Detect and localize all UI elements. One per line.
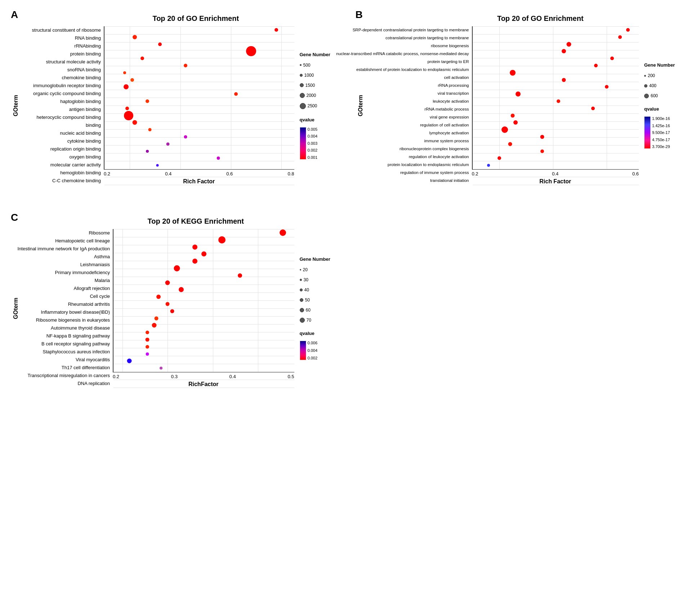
data-dot <box>511 113 515 117</box>
grid-line-v <box>553 26 553 169</box>
y-label: establishment of protein localization to… <box>356 66 469 74</box>
panel-c-title: Top 20 of KEGG Enrichment <box>47 217 345 225</box>
y-label: lymphocyte activation <box>429 129 469 137</box>
y-label: NF-kappa B signaling pathway <box>46 332 110 340</box>
y-label: regulation of leukocyte activation <box>409 153 469 161</box>
y-label: structural molecule activity <box>46 58 101 66</box>
grid-line-h <box>104 153 294 153</box>
grid-line-h <box>113 285 294 285</box>
grid-line-h <box>473 106 639 106</box>
grid-line-h <box>113 261 294 261</box>
legend-size-label: 400 <box>649 83 656 88</box>
data-dot <box>166 302 170 306</box>
y-label: Primary immunodeficiency <box>55 269 110 277</box>
panel-c-x-title: RichFactor <box>113 381 294 388</box>
panel-c-label: C <box>11 212 18 223</box>
grid-line-h <box>113 388 294 388</box>
grid-line-h <box>113 269 294 269</box>
grid-line-h <box>113 292 294 293</box>
grid-line-h <box>473 129 639 130</box>
legend-color-title: qvalue <box>644 106 687 112</box>
grid-line-h <box>113 229 294 229</box>
data-dot <box>540 135 544 139</box>
data-dot <box>618 35 622 39</box>
grid-line-h <box>113 356 294 356</box>
grid-line-v <box>180 26 181 169</box>
x-tick-label: 0.4 <box>165 171 171 176</box>
panel-b-x-ticks: 0.20.40.6 <box>472 170 639 176</box>
grid-line-h <box>473 34 639 35</box>
legend-size-row: 1000 <box>300 73 343 78</box>
data-dot <box>165 280 170 285</box>
legend-color-labels: 0.0050.0040.0030.0020.001 <box>308 127 318 160</box>
legend-size-dot <box>300 74 303 77</box>
legend-color-label: 4.750e-17 <box>652 138 670 142</box>
legend-size-row: 50 <box>300 298 343 303</box>
data-dot <box>217 157 220 160</box>
legend-size-dot <box>644 75 646 77</box>
data-dot <box>246 46 256 56</box>
grid-line-h <box>473 185 639 185</box>
legend-size-row: 600 <box>644 93 687 98</box>
grid-line-h <box>473 145 639 146</box>
legend-color-label: 0.006 <box>308 341 318 345</box>
x-tick-label: 0.2 <box>472 171 478 176</box>
y-label: leukocyte activation <box>433 98 469 106</box>
legend-color-label: 3.700e-29 <box>652 144 670 149</box>
grid-line-h <box>104 82 294 82</box>
legend-size-label: 2500 <box>308 103 317 108</box>
y-label: Allograft rejection <box>74 285 110 292</box>
grid-line-v <box>499 26 500 169</box>
data-dot <box>155 316 159 320</box>
y-label: cytokine binding <box>67 137 101 145</box>
panel-a: A Top 20 of GO Enrichment GOterm structu… <box>7 7 348 206</box>
y-label: Staphylococcus aureus infection <box>43 348 110 356</box>
legend-size-row: 2500 <box>300 103 343 109</box>
data-dot <box>510 70 516 76</box>
legend-color-label: 9.500e-17 <box>652 130 670 135</box>
data-dot <box>567 42 571 46</box>
legend-size-row: 20 <box>300 267 343 272</box>
panel-b-legend: Gene Number200400600qvalue1.900e-161.425… <box>639 26 689 185</box>
legend-size-dot <box>300 298 303 302</box>
legend-color-label: 0.004 <box>308 134 318 138</box>
data-dot <box>156 164 159 167</box>
grid-line-h <box>113 348 294 348</box>
x-tick-label: 0.6 <box>632 171 639 176</box>
data-dot <box>605 85 608 89</box>
x-tick-label: 0.2 <box>113 374 119 379</box>
panel-a-x-ticks: 0.20.40.60.8 <box>104 170 294 176</box>
y-label: Asthma <box>94 253 110 261</box>
grid-line-v <box>122 229 123 372</box>
panel-a-chart: GOterm structural constituent of ribosom… <box>11 26 345 185</box>
legend-size-label: 50 <box>305 298 310 303</box>
data-dot <box>562 78 566 82</box>
legend-color-label: 0.003 <box>308 141 318 146</box>
legend-size-dot <box>644 94 649 98</box>
legend-size-row: 60 <box>300 308 343 313</box>
data-dot <box>610 57 614 60</box>
grid-line-h <box>104 74 294 74</box>
panel-a-x-title: Rich Factor <box>104 178 294 185</box>
legend-color-labels: 0.0060.0040.002 <box>308 341 318 360</box>
data-dot <box>498 156 501 160</box>
x-tick-label: 0.2 <box>104 171 110 176</box>
data-dot <box>146 345 149 349</box>
data-dot <box>130 78 134 82</box>
grid-line-h <box>104 177 294 177</box>
y-label: Inflammatory bowel disease(IBD) <box>41 308 110 316</box>
legend-size-label: 1500 <box>306 83 315 88</box>
grid-line-v <box>213 229 213 372</box>
legend-color-label: 0.001 <box>308 155 318 160</box>
data-dot <box>158 42 162 46</box>
data-dot <box>184 135 187 138</box>
data-dot <box>141 57 144 60</box>
y-label: DNA replication <box>77 380 110 388</box>
data-dot <box>125 107 129 110</box>
legend-size-dot <box>300 279 302 281</box>
legend-size-label: 1000 <box>304 73 314 78</box>
legend-size-label: 2000 <box>307 93 316 98</box>
y-label: hemoglobin binding <box>60 169 101 177</box>
y-label: oxygen binding <box>70 153 101 161</box>
panel-a-y-labels: structural constituent of ribosomeRNA bi… <box>21 26 104 185</box>
